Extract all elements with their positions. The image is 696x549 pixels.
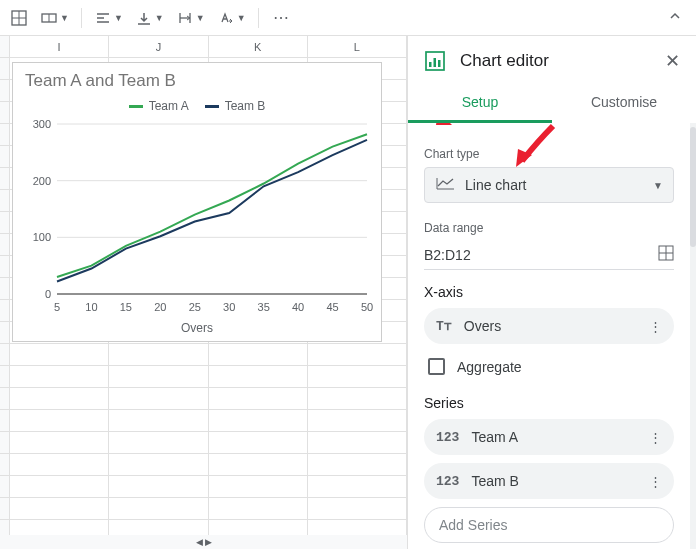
merge-icon: [40, 9, 58, 27]
text-rotation-icon: [217, 9, 235, 27]
chevron-down-icon: ▼: [60, 13, 69, 23]
svg-text:15: 15: [120, 301, 132, 313]
grid[interactable]: Team A and Team B Team A Team B 01002003…: [0, 58, 407, 549]
panel-title: Chart editor: [460, 51, 665, 71]
h-scrollbar[interactable]: ◀▶: [0, 535, 407, 549]
svg-text:40: 40: [292, 301, 304, 313]
series-chip[interactable]: 123 Team B ⋮: [424, 463, 674, 499]
series-label: Series: [424, 395, 674, 411]
svg-text:30: 30: [223, 301, 235, 313]
chip-menu[interactable]: ⋮: [645, 319, 666, 334]
svg-text:25: 25: [189, 301, 201, 313]
embedded-chart[interactable]: Team A and Team B Team A Team B 01002003…: [12, 62, 382, 342]
col-header[interactable]: I: [10, 36, 109, 57]
chevron-down-icon: ▼: [237, 13, 246, 23]
tab-customise[interactable]: Customise: [552, 84, 696, 123]
grid-select-icon[interactable]: [658, 245, 674, 265]
svg-rect-32: [434, 58, 437, 67]
number-type-icon: 123: [436, 430, 459, 445]
sidebar-scrollbar[interactable]: [690, 123, 696, 549]
line-chart-icon: [435, 176, 455, 195]
svg-text:200: 200: [33, 175, 51, 187]
chart-type-label: Chart type: [424, 147, 674, 161]
chart-plot: 01002003005101520253035404550: [17, 119, 377, 319]
data-range-label: Data range: [424, 221, 674, 235]
v-align-button[interactable]: ▼: [131, 5, 168, 31]
chevron-down-icon: ▼: [155, 13, 164, 23]
svg-text:5: 5: [54, 301, 60, 313]
close-button[interactable]: ✕: [665, 50, 680, 72]
spreadsheet-area: I J K L Team A and Team B Team A Team B …: [0, 36, 408, 549]
chart-title: Team A and Team B: [17, 71, 377, 95]
col-header[interactable]: L: [308, 36, 407, 57]
toolbar-more[interactable]: ⋯: [267, 8, 295, 27]
xaxis-field[interactable]: Tᴛ Overs ⋮: [424, 308, 674, 344]
svg-rect-33: [438, 60, 441, 67]
col-header[interactable]: J: [109, 36, 208, 57]
text-type-icon: Tᴛ: [436, 318, 452, 334]
number-type-icon: 123: [436, 474, 459, 489]
wrap-button[interactable]: ▼: [172, 5, 209, 31]
checkbox-icon: [428, 358, 445, 375]
borders-icon: [10, 9, 28, 27]
svg-text:10: 10: [85, 301, 97, 313]
series-chip[interactable]: 123 Team A ⋮: [424, 419, 674, 455]
chip-menu[interactable]: ⋮: [645, 474, 666, 489]
chip-menu[interactable]: ⋮: [645, 430, 666, 445]
chart-editor-icon: [424, 50, 446, 72]
align-left-icon: [94, 9, 112, 27]
chevron-down-icon: ▼: [653, 180, 663, 191]
svg-text:50: 50: [361, 301, 373, 313]
add-series-button[interactable]: Add Series: [424, 507, 674, 543]
svg-text:300: 300: [33, 119, 51, 130]
chart-type-select[interactable]: Line chart ▼: [424, 167, 674, 203]
merge-button[interactable]: ▼: [36, 5, 73, 31]
wrap-icon: [176, 9, 194, 27]
panel-body: Chart type Line chart ▼ Data range B2:D1…: [408, 123, 690, 549]
chevron-down-icon: ▼: [196, 13, 205, 23]
toolbar: ▼ ▼ ▼ ▼ ▼ ⋯: [0, 0, 696, 36]
h-align-button[interactable]: ▼: [90, 5, 127, 31]
col-header[interactable]: K: [209, 36, 308, 57]
xaxis-label: X-axis: [424, 284, 674, 300]
x-axis-label: Overs: [17, 321, 377, 335]
chevron-down-icon: ▼: [114, 13, 123, 23]
collapse-toolbar[interactable]: [660, 5, 690, 30]
chart-editor-panel: Chart editor ✕ Setup Customise Chart typ…: [408, 36, 696, 549]
svg-text:0: 0: [45, 288, 51, 300]
svg-rect-31: [429, 62, 432, 67]
tab-setup[interactable]: Setup: [408, 84, 552, 123]
svg-text:20: 20: [154, 301, 166, 313]
borders-button[interactable]: [6, 5, 32, 31]
rotation-button[interactable]: ▼: [213, 5, 250, 31]
aggregate-checkbox[interactable]: Aggregate: [424, 352, 674, 381]
data-range-input[interactable]: B2:D12: [424, 247, 658, 263]
svg-text:35: 35: [258, 301, 270, 313]
chart-legend: Team A Team B: [17, 95, 377, 119]
svg-text:100: 100: [33, 231, 51, 243]
svg-text:45: 45: [326, 301, 338, 313]
annotation-arrow: [408, 123, 468, 135]
valign-bottom-icon: [135, 9, 153, 27]
